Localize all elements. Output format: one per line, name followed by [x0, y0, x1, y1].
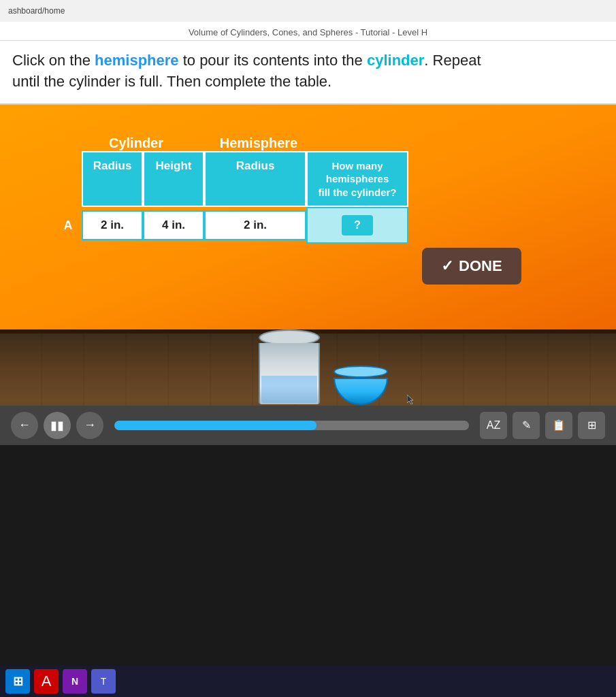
header-radius-hemisphere: Radius: [204, 151, 306, 208]
data-table-container: Cylinder Hemisphere Radius Height Radius…: [54, 135, 408, 244]
bottom-navigation: ← ▮▮ → 57% Complete AZ ✎ 📋 ⊞: [0, 406, 616, 445]
windows-start-button[interactable]: ⊞: [5, 669, 30, 694]
row-label-a: A: [54, 218, 82, 233]
cell-hemisphere-radius: 2 in.: [204, 210, 306, 240]
cell-answer[interactable]: ?: [306, 207, 408, 244]
cylinder-body: [259, 343, 320, 404]
progress-bar-container: 57% Complete: [114, 421, 469, 430]
cylinder-group-label: Cylinder: [54, 135, 204, 151]
done-button[interactable]: ✓ DONE: [422, 248, 521, 285]
hemisphere-group-label: Hemisphere: [204, 135, 306, 151]
forward-button[interactable]: →: [76, 412, 103, 439]
cylinder-object[interactable]: [259, 329, 320, 404]
onenote-taskbar-button[interactable]: N: [63, 669, 87, 694]
column-group-headers: Cylinder Hemisphere: [54, 135, 408, 151]
instruction-area: Click on the hemisphere to pour its cont…: [0, 41, 616, 105]
page-title: Volume of Cylinders, Cones, and Spheres …: [189, 27, 427, 37]
browser-url-bar: ashboard/home: [0, 0, 616, 22]
instruction-line2: until the cylinder is full. Then complet…: [12, 71, 604, 93]
cell-cylinder-height: 4 in.: [143, 210, 204, 240]
cell-cylinder-radius: 2 in.: [82, 210, 143, 240]
windows-taskbar: ⊞ A N T: [0, 666, 616, 697]
header-radius-cylinder: Radius: [82, 151, 143, 208]
table-data-row: A 2 in. 4 in. 2 in. ?: [54, 207, 408, 244]
windows-icon: ⊞: [13, 674, 23, 689]
hemisphere-bowl: [334, 378, 388, 405]
answer-input-box[interactable]: ?: [342, 215, 373, 236]
page-title-bar: Volume of Cylinders, Cones, and Spheres …: [0, 22, 616, 41]
clipboard-tool-button[interactable]: 📋: [545, 412, 572, 439]
hemisphere-top-ellipse: [334, 366, 388, 378]
clipboard-icon: 📋: [552, 419, 566, 432]
onenote-icon: N: [71, 676, 78, 687]
table-header-row: Radius Height Radius How manyhemispheres…: [54, 151, 408, 208]
instruction-line1: Click on the hemisphere to pour its cont…: [12, 50, 604, 71]
pencil-icon: ✎: [522, 419, 531, 432]
pause-button[interactable]: ▮▮: [44, 412, 71, 439]
back-button[interactable]: ←: [11, 412, 38, 439]
adobe-taskbar-button[interactable]: A: [34, 669, 59, 694]
cylinder-water-level: [261, 376, 317, 403]
instruction-text-part3: . Repeat: [424, 52, 481, 69]
hemisphere-object[interactable]: [334, 367, 388, 404]
checkmark-icon: ✓: [441, 257, 453, 275]
cylinder-highlight: cylinder: [367, 52, 424, 69]
header-how-many: How manyhemispheresfill the cylinder?: [306, 151, 408, 208]
forward-icon: →: [84, 418, 96, 432]
back-icon: ←: [18, 418, 31, 432]
progress-bar-fill: [114, 421, 317, 430]
header-height-cylinder: Height: [143, 151, 204, 208]
grid-icon: ⊞: [587, 419, 596, 432]
grid-tool-button[interactable]: ⊞: [578, 412, 605, 439]
teams-taskbar-button[interactable]: T: [91, 669, 116, 694]
az-icon: AZ: [487, 419, 500, 432]
az-tool-button[interactable]: AZ: [480, 412, 507, 439]
instruction-text-part1: Click on the: [12, 52, 95, 69]
spacer: [54, 151, 82, 208]
pencil-tool-button[interactable]: ✎: [513, 412, 540, 439]
done-button-label: DONE: [459, 257, 502, 275]
url-text: ashboard/home: [8, 6, 65, 16]
activity-area: Cylinder Hemisphere Radius Height Radius…: [0, 105, 616, 445]
adobe-icon: A: [42, 672, 52, 690]
main-table: Radius Height Radius How manyhemispheres…: [54, 151, 408, 244]
pause-icon: ▮▮: [50, 418, 64, 433]
hemisphere-highlight: hemisphere: [95, 52, 179, 69]
instruction-text-part2: to pour its contents into the: [179, 52, 367, 69]
teams-icon: T: [101, 676, 107, 687]
